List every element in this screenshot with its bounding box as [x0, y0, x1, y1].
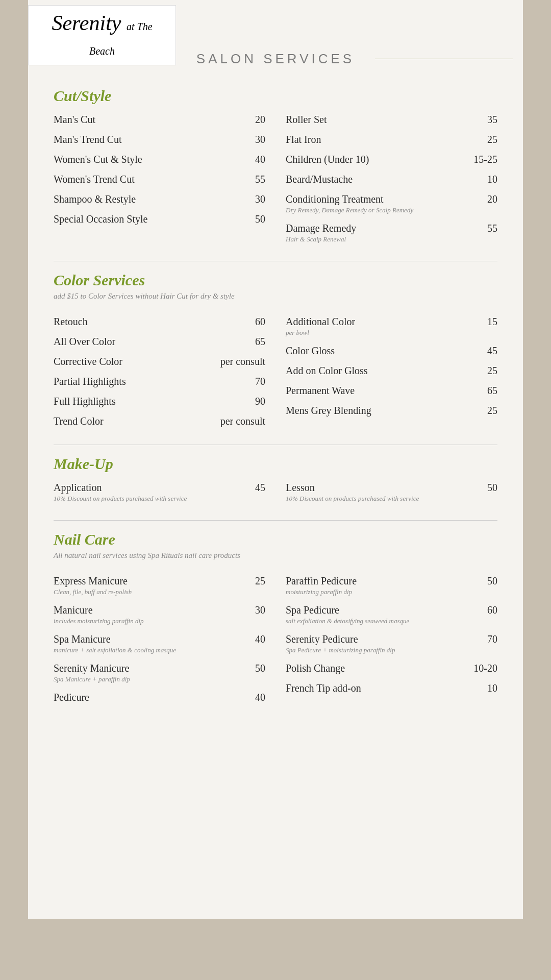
- service-name: Damage Remedy: [286, 223, 467, 234]
- service-price: 20: [467, 193, 497, 205]
- service-price: 30: [235, 134, 265, 145]
- service-item: Partial Highlights70: [54, 370, 265, 389]
- service-item: Roller Set35: [286, 108, 497, 128]
- service-price: 40: [235, 692, 265, 703]
- service-sub: manicure + salt exfoliation & cooling ma…: [54, 646, 235, 654]
- service-name: Trend Color: [54, 415, 215, 427]
- services-grid-cut-style: Man's Cut20Man's Trend Cut30Women's Cut …: [54, 108, 497, 246]
- section-title-cut-style: Cut/Style: [54, 87, 497, 105]
- service-item: Corrective Colorper consult: [54, 350, 265, 370]
- right-col-cut-style: Roller Set35Flat Iron25Children (Under 1…: [286, 108, 497, 246]
- service-price: 50: [235, 663, 265, 674]
- service-name: French Tip add-on: [286, 682, 467, 694]
- service-item: Express ManicureClean, file, buff and re…: [54, 569, 265, 598]
- service-price: 60: [235, 316, 265, 328]
- service-price: 30: [235, 193, 265, 205]
- service-item: Pedicure40: [54, 685, 265, 705]
- service-price: per consult: [215, 415, 265, 427]
- section-divider: [54, 261, 497, 261]
- logo-name: Serenity at The Beach: [39, 11, 165, 60]
- service-sub: Spa Pedicure + moisturizing paraffin dip: [286, 646, 467, 654]
- service-name: Lesson: [286, 482, 467, 494]
- service-name: Special Occasion Style: [54, 213, 235, 225]
- service-price: 50: [235, 213, 265, 225]
- service-item: All Over Color65: [54, 330, 265, 350]
- service-item: Retouch60: [54, 310, 265, 330]
- service-price: 50: [467, 482, 497, 494]
- service-item: Man's Cut20: [54, 108, 265, 128]
- right-col-color-services: Additional Colorper bowl15Color Gloss45A…: [286, 310, 497, 429]
- left-col-cut-style: Man's Cut20Man's Trend Cut30Women's Cut …: [54, 108, 265, 246]
- service-sub: moisturizing paraffin dip: [286, 588, 467, 596]
- service-name: Express Manicure: [54, 575, 235, 587]
- service-item: Paraffin Pedicuremoisturizing paraffin d…: [286, 569, 497, 598]
- service-item: Conditioning TreatmentDry Remedy, Damage…: [286, 187, 497, 216]
- service-item: Flat Iron25: [286, 128, 497, 148]
- service-name: Partial Highlights: [54, 376, 235, 387]
- service-name: Add on Color Gloss: [286, 365, 467, 377]
- section-note-nail-care: All natural nail services using Spa Ritu…: [54, 551, 497, 560]
- service-item: Serenity ManicureSpa Manicure + paraffin…: [54, 656, 265, 685]
- service-item: Permanent Wave65: [286, 379, 497, 399]
- service-price: 20: [235, 114, 265, 126]
- service-name: Women's Cut & Style: [54, 154, 235, 165]
- service-item: Full Highlights90: [54, 389, 265, 409]
- service-price: 55: [467, 223, 497, 234]
- section-note-color-services: add $15 to Color Services without Hair C…: [54, 292, 497, 301]
- service-item: Spa Manicuremanicure + salt exfoliation …: [54, 627, 265, 656]
- service-name: All Over Color: [54, 336, 235, 348]
- service-name: Conditioning Treatment: [286, 193, 467, 205]
- service-item: Women's Trend Cut55: [54, 167, 265, 187]
- service-price: 65: [467, 385, 497, 397]
- service-item: French Tip add-on10: [286, 676, 497, 696]
- service-price: 70: [235, 376, 265, 387]
- service-name: Pedicure: [54, 692, 235, 703]
- service-sub: per bowl: [286, 329, 467, 337]
- service-item: Man's Trend Cut30: [54, 128, 265, 148]
- service-sub: Clean, file, buff and re-polish: [54, 588, 235, 596]
- right-col-make-up: Lesson10% Discount on products purchased…: [286, 476, 497, 505]
- header-line-right: [375, 59, 513, 59]
- service-price: 15-25: [467, 154, 497, 165]
- service-price: 45: [235, 482, 265, 494]
- service-item: Shampoo & Restyle30: [54, 187, 265, 207]
- service-item: Serenity PedicureSpa Pedicure + moisturi…: [286, 627, 497, 656]
- service-price: 10: [467, 682, 497, 694]
- service-name: Serenity Manicure: [54, 663, 235, 674]
- service-price: 55: [235, 174, 265, 185]
- menu-content: Cut/StyleMan's Cut20Man's Trend Cut30Wom…: [28, 77, 523, 726]
- service-sub: Spa Manicure + paraffin dip: [54, 675, 235, 683]
- section-title-make-up: Make-Up: [54, 455, 497, 473]
- page-title: SALON SERVICES: [196, 51, 355, 67]
- service-price: per consult: [215, 356, 265, 368]
- service-price: 35: [467, 114, 497, 126]
- service-name: Flat Iron: [286, 134, 467, 145]
- section-divider: [54, 445, 497, 445]
- service-sub: Dry Remedy, Damage Remedy or Scalp Remed…: [286, 206, 467, 214]
- service-price: 25: [467, 405, 497, 416]
- service-price: 40: [235, 633, 265, 645]
- left-col-color-services: Retouch60All Over Color65Corrective Colo…: [54, 310, 265, 429]
- service-price: 45: [467, 345, 497, 357]
- service-name: Permanent Wave: [286, 385, 467, 397]
- service-price: 30: [235, 604, 265, 616]
- left-col-nail-care: Express ManicureClean, file, buff and re…: [54, 569, 265, 705]
- service-price: 10: [467, 174, 497, 185]
- service-item: Additional Colorper bowl15: [286, 310, 497, 339]
- services-grid-nail-care: Express ManicureClean, file, buff and re…: [54, 569, 497, 705]
- service-price: 60: [467, 604, 497, 616]
- service-price: 25: [467, 134, 497, 145]
- service-price: 90: [235, 396, 265, 407]
- service-price: 25: [467, 365, 497, 377]
- service-item: Application10% Discount on products purc…: [54, 476, 265, 505]
- service-name: Manicure: [54, 604, 235, 616]
- service-name: Beard/Mustache: [286, 174, 467, 185]
- service-price: 50: [467, 575, 497, 587]
- service-name: Children (Under 10): [286, 154, 467, 165]
- service-item: Polish Change10-20: [286, 656, 497, 676]
- service-sub: salt exfoliation & detoxifying seaweed m…: [286, 617, 467, 625]
- service-item: Damage RemedyHair & Scalp Renewal55: [286, 216, 497, 246]
- service-item: Spa Pedicuresalt exfoliation & detoxifyi…: [286, 598, 497, 627]
- service-name: Serenity Pedicure: [286, 633, 467, 645]
- service-name: Man's Cut: [54, 114, 235, 126]
